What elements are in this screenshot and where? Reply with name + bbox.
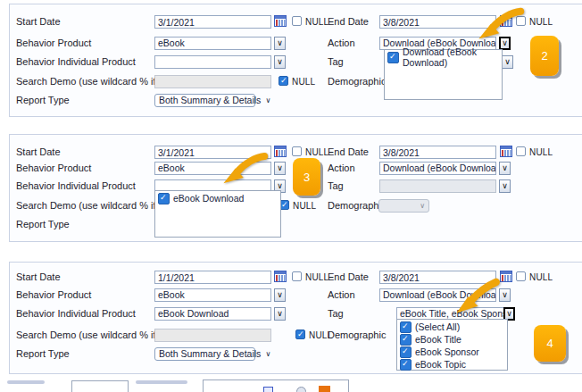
behavior-product-combo[interactable]: eBook [154,37,271,50]
individual-product-dropdown-list: eBook Download [154,190,281,238]
end-date-label: End Date [328,271,369,282]
end-date-null-checkbox[interactable] [516,146,526,156]
chevron-down-icon[interactable] [499,179,511,193]
step-badge: 4 [534,325,566,362]
annotation-arrow-icon [449,277,503,316]
cutoff-blue-icon[interactable] [263,387,273,392]
checked-checkbox-icon[interactable] [400,321,412,333]
demographic-label: Demographic [328,76,386,87]
chevron-down-icon[interactable] [274,55,286,69]
search-demo-input[interactable] [154,329,271,342]
behavior-individual-product-label: Behavior Individual Product [16,56,136,67]
behavior-individual-product-combo[interactable] [154,55,271,69]
dropdown-item-label: (Select All) [415,321,460,332]
calendar-icon[interactable] [274,146,287,158]
search-demo-null-checkbox[interactable] [295,329,305,339]
search-demo-null-checkbox[interactable] [279,76,288,86]
chevron-down-icon[interactable] [274,288,286,302]
end-date-label: End Date [328,16,369,27]
checked-checkbox-icon[interactable] [400,334,412,346]
chevron-down-icon [265,348,270,360]
filter-panel-1: Start Date NULL End Date NULL Behavior P… [9,4,582,117]
behavior-product-label: Behavior Product [16,38,91,48]
checked-checkbox-icon[interactable] [158,193,170,204]
null-label: NULL [529,147,553,157]
tag-combo[interactable] [379,179,496,193]
behavior-individual-product-combo[interactable]: eBook Download [154,307,271,321]
start-date-label: Start Date [16,16,61,27]
filter-panel-3: Start Date NULL End Date NULL Behavior P… [9,262,582,374]
end-date-null-checkbox[interactable] [516,271,526,281]
start-date-input[interactable] [154,271,271,284]
dropdown-item[interactable]: eBook Sponsor [397,346,507,358]
chevron-down-icon[interactable] [502,55,513,69]
start-date-null-checkbox[interactable] [292,146,302,156]
calendar-icon[interactable] [500,146,512,158]
step-badge: 3 [293,158,320,196]
report-type-label: Report Type [16,348,70,359]
report-type-select[interactable]: Both Summary & Details [154,94,255,107]
demographic-label: Demographic [328,200,386,211]
dropdown-item[interactable]: Download (eBook Download) [385,51,502,63]
search-demo-input[interactable] [154,75,271,88]
checked-checkbox-icon[interactable] [400,346,412,358]
cutoff-text-fragment [7,380,45,384]
tag-label: Tag [328,308,344,319]
report-type-label: Report Type [16,219,70,229]
demographic-label: Demographic [328,329,386,340]
report-type-value: Both Summary & Details [159,95,261,106]
action-dropdown-list: Download (eBook Download) [384,49,503,100]
action-label: Action [328,38,355,48]
row-dates: Start Date NULL End Date NULL [10,146,582,160]
action-label: Action [328,289,355,300]
calendar-icon[interactable] [274,271,287,283]
null-label: NULL [292,77,315,87]
action-combo[interactable]: Download (eBook Download) [379,162,496,175]
dropdown-item[interactable]: eBook Topic [397,358,507,371]
cutoff-bottom-row [0,379,582,392]
dropdown-item-label: eBook Title [415,334,461,345]
behavior-individual-product-label: Behavior Individual Product [16,180,136,191]
checked-checkbox-icon[interactable] [400,359,412,371]
dropdown-item[interactable]: eBook Title [397,333,507,346]
null-label: NULL [293,201,316,211]
demographic-select[interactable] [378,199,429,213]
chevron-down-icon[interactable] [274,307,286,321]
end-date-input[interactable] [379,146,496,159]
chevron-down-icon[interactable] [274,162,286,175]
report-filter-screenshot: { "labels": { "null": "NULL" }, "colors"… [0,0,582,392]
start-date-label: Start Date [16,271,61,282]
report-type-select[interactable]: Both Summary & Details [154,347,255,361]
behavior-product-combo[interactable]: eBook [154,288,271,302]
null-label: NULL [529,272,553,282]
chevron-down-icon[interactable] [274,37,286,50]
row-report-type: Report Type [10,218,582,232]
start-date-null-checkbox[interactable] [292,271,302,281]
chevron-down-icon [265,95,270,106]
report-type-value: Both Summary & Details [159,348,261,360]
null-label: NULL [305,147,328,157]
filter-panel-2: Start Date NULL End Date NULL Behavior P… [9,134,582,242]
checked-checkbox-icon[interactable] [387,52,399,63]
start-date-input[interactable] [154,15,271,29]
annotation-arrow-icon [220,151,270,187]
dropdown-item-label: eBook Sponsor [415,346,479,357]
tag-label: Tag [328,180,344,191]
start-date-null-checkbox[interactable] [292,16,302,26]
dropdown-item-label: eBook Topic [415,359,466,370]
cutoff-circle-icon[interactable] [296,387,306,392]
calendar-icon[interactable] [274,15,287,28]
dropdown-item[interactable]: (Select All) [397,321,507,333]
dropdown-item-label: Download (eBook Download) [403,46,499,68]
null-label: NULL [305,17,328,27]
dropdown-item[interactable]: eBook Download [155,192,280,204]
chevron-down-icon [420,200,425,212]
report-type-label: Report Type [16,95,70,105]
tag-label: Tag [328,56,344,67]
cutoff-input-fragment[interactable] [71,380,129,392]
row-search-demographic: Search Demo (use wildcard % if needed) N… [10,199,582,213]
tag-dropdown-list: (Select All) eBook Title eBook Sponsor e… [396,319,508,371]
cutoff-orange-icon[interactable] [319,386,330,392]
dropdown-item-label: eBook Download [173,193,244,204]
chevron-down-icon[interactable] [499,162,511,175]
